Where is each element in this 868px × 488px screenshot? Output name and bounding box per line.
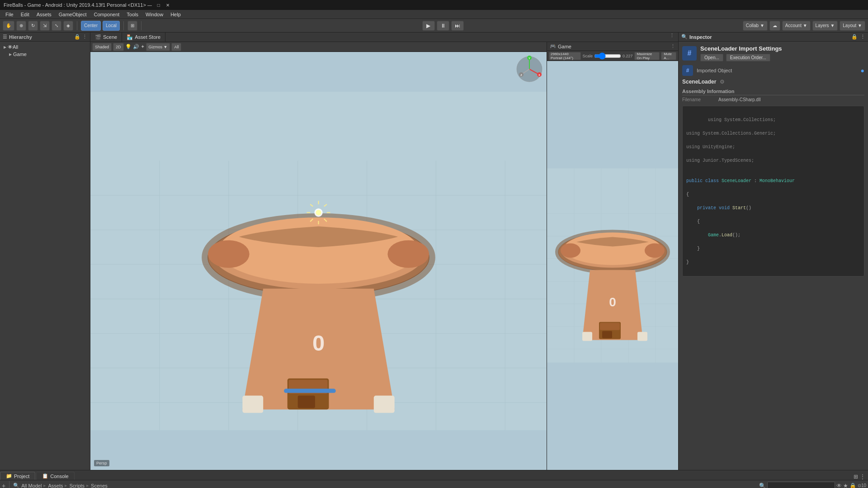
2d-toggle[interactable]: 2D: [113, 43, 124, 51]
menu-help[interactable]: Help: [167, 10, 184, 19]
svg-text:Y: Y: [528, 57, 530, 60]
dot-indicator: ●: [861, 67, 864, 74]
maximize-on-play-btn[interactable]: Maximize On Play: [634, 52, 660, 60]
scene-gizmo: Y X Z: [516, 56, 543, 83]
svg-text:0: 0: [312, 331, 325, 355]
panel-menu-icon[interactable]: ⋮: [860, 474, 865, 480]
resolution-dropdown[interactable]: 2960x1440 Portrait (144°): [549, 52, 581, 60]
tab-console[interactable]: 📋 Console: [36, 472, 74, 480]
snap-btn[interactable]: ⊞: [127, 21, 137, 31]
game-tab-options[interactable]: ⋮: [670, 43, 675, 49]
hierarchy-content: ▶ 👁 All ▶ Game: [0, 42, 90, 470]
tab-options-icon[interactable]: ⋮: [666, 33, 678, 42]
scene-3d-render: 0: [90, 52, 547, 470]
scene-toolbar: Shaded 2D 💡 🔊 ✦ Gizmos ▼ All: [90, 42, 547, 52]
toolbar-separator-3: [141, 21, 142, 30]
game-canvas: 0: [547, 61, 678, 470]
hierarchy-lock-icon[interactable]: 🔒: [74, 34, 80, 40]
svg-rect-19: [242, 396, 263, 413]
layout-button[interactable]: Layout ▼: [840, 21, 865, 31]
breadcrumb-assets[interactable]: Assets: [48, 483, 63, 488]
search-input[interactable]: [767, 482, 835, 488]
menu-window[interactable]: Window: [142, 10, 167, 19]
toolbar: ✋ ⊕ ↻ ⇲ ⤡ ◈ Center Local ⊞ ▶ ⏸ ⏭ Collab …: [0, 19, 868, 33]
fx-icon[interactable]: ✦: [141, 44, 145, 50]
search-icon: 🔍: [13, 483, 19, 488]
breadcrumb-scripts[interactable]: Scripts: [69, 483, 85, 488]
scale-slider[interactable]: [594, 53, 621, 59]
transform-move-tool[interactable]: ⊕: [16, 21, 26, 31]
hierarchy-item-game[interactable]: ▶ Game: [2, 51, 88, 58]
inspector-title-section: # SceneLoader Import Settings Open... Ex…: [682, 45, 864, 61]
menu-assets[interactable]: Assets: [33, 10, 55, 19]
project-panel-controls: ⊞ ⋮: [851, 474, 868, 480]
hierarchy-panel: ☰ Hierarchy 🔒 ⋮ ▶ 👁 All ▶ Game: [0, 33, 90, 470]
account-button[interactable]: Account ▼: [782, 21, 811, 31]
gizmos-dropdown[interactable]: Gizmos ▼: [146, 43, 170, 51]
execution-order-button[interactable]: Execution Order...: [726, 54, 770, 61]
scene-view: Shaded 2D 💡 🔊 ✦ Gizmos ▼ All: [90, 42, 547, 470]
pause-button[interactable]: ⏸: [437, 21, 449, 31]
minimize-button[interactable]: —: [146, 1, 153, 9]
menu-tools[interactable]: Tools: [123, 10, 142, 19]
audio-icon[interactable]: 🔊: [133, 44, 139, 50]
expand-icon: ▶: [9, 52, 12, 56]
script-class-row: SceneLoader ⚙: [682, 79, 864, 85]
lighting-icon[interactable]: 💡: [125, 44, 132, 50]
eye-icon: 👁: [8, 44, 13, 50]
open-script-button[interactable]: Open...: [700, 54, 723, 61]
inspector-menu-icon[interactable]: ⋮: [860, 34, 865, 40]
transform-hand-tool[interactable]: ✋: [3, 21, 14, 31]
cloud-button[interactable]: ☁: [769, 21, 780, 31]
svg-point-61: [561, 244, 580, 258]
menu-file[interactable]: File: [2, 10, 17, 19]
filter-eye-icon[interactable]: 👁: [836, 483, 842, 488]
mute-audio-btn[interactable]: Mute A...: [661, 52, 676, 60]
step-button[interactable]: ⏭: [451, 21, 464, 31]
collab-button[interactable]: Collab ▼: [743, 21, 768, 31]
shading-dropdown[interactable]: Shaded: [92, 43, 112, 51]
svg-rect-64: [637, 332, 647, 341]
project-tabs: 📁 Project 📋 Console ⊞ ⋮: [0, 470, 868, 480]
menu-component[interactable]: Component: [90, 10, 123, 19]
play-button[interactable]: ▶: [422, 21, 435, 31]
close-button[interactable]: ✕: [164, 1, 171, 9]
perspective-label: Persp: [94, 460, 109, 466]
hierarchy-item-all[interactable]: ▶ 👁 All: [2, 43, 88, 51]
space-local-btn[interactable]: Local: [103, 21, 120, 31]
all-dropdown[interactable]: All: [171, 43, 181, 51]
inspector-icon: 🔍: [681, 34, 688, 40]
scale-value: 0.227: [623, 54, 633, 58]
menu-edit[interactable]: Edit: [17, 10, 33, 19]
breadcrumb-scenes[interactable]: Scenes: [91, 483, 108, 488]
svg-rect-25: [298, 396, 315, 408]
tab-project[interactable]: 📁 Project: [0, 472, 35, 480]
toolbar-separator-2: [123, 21, 124, 30]
transform-scale-tool[interactable]: ⇲: [40, 21, 50, 31]
hierarchy-title: Hierarchy: [9, 34, 72, 40]
hierarchy-menu-icon[interactable]: ⋮: [82, 34, 87, 40]
transform-rotate-tool[interactable]: ↻: [28, 21, 38, 31]
breadcrumb-allmodel[interactable]: All Model: [21, 483, 42, 488]
menu-gameobject[interactable]: GameObject: [55, 10, 90, 19]
filter-lock-icon[interactable]: 🔒: [849, 483, 856, 488]
maximize-button[interactable]: □: [155, 1, 162, 9]
transform-all-tool[interactable]: ◈: [63, 21, 73, 31]
title-bar: FireBalls - Game - Android : Unity 2019.…: [0, 0, 868, 10]
filter-star-icon[interactable]: ★: [843, 483, 848, 488]
pivot-center-btn[interactable]: Center: [81, 21, 101, 31]
layers-button[interactable]: Layers ▼: [812, 21, 838, 31]
tab-asset-store[interactable]: 🏪 Asset Store: [122, 33, 165, 42]
inspector-script-info: SceneLoader Import Settings Open... Exec…: [700, 45, 864, 61]
hierarchy-item-label: All: [13, 44, 18, 50]
filter-search-icon[interactable]: 🔍: [759, 483, 766, 488]
panel-expand-icon[interactable]: ⊞: [854, 474, 858, 480]
project-filter-buttons: 🔍 👁 ★ 🔒 ⊙10: [759, 482, 866, 488]
add-item-btn[interactable]: +: [2, 482, 5, 488]
assembly-info-title: Assembly Information: [682, 89, 864, 95]
toolbar-sep: [9, 481, 9, 488]
tab-scene[interactable]: 🎬 Scene: [90, 33, 122, 42]
inspector-lock-icon[interactable]: 🔒: [851, 34, 858, 40]
inspector-action-buttons: Open... Execution Order...: [700, 54, 864, 61]
transform-rect-tool[interactable]: ⤡: [52, 21, 61, 31]
